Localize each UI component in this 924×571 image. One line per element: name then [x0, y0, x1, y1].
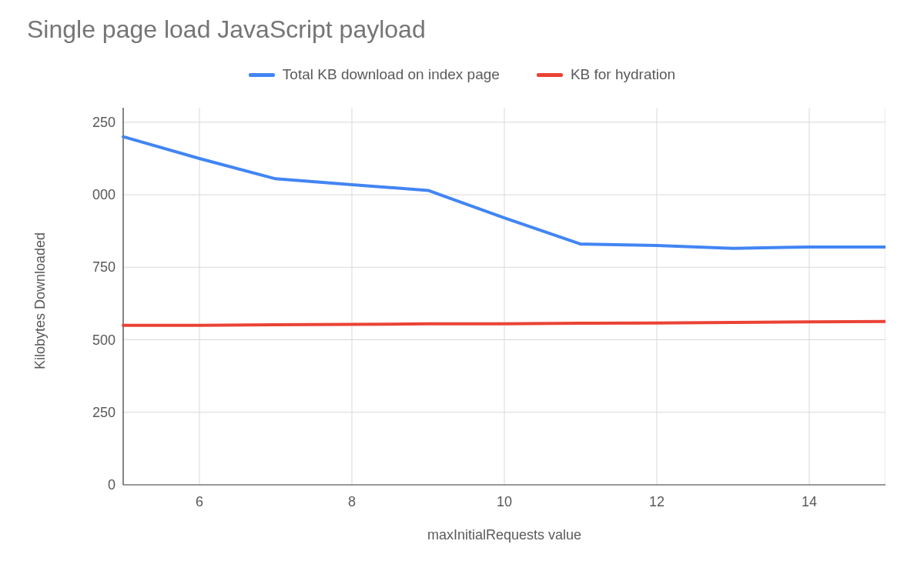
svg-text:250: 250: [92, 405, 116, 420]
y-axis-title: Kilobytes Downloaded: [32, 232, 49, 369]
x-axis-title: maxInitialRequests value: [123, 527, 886, 543]
svg-text:750: 750: [92, 259, 116, 275]
legend-label-total: Total KB download on index page: [283, 66, 500, 83]
svg-text:6: 6: [196, 494, 203, 509]
svg-text:1000: 1000: [92, 187, 116, 202]
legend-label-hydration: KB for hydration: [571, 66, 675, 83]
legend-swatch-total: [249, 73, 275, 77]
svg-text:500: 500: [92, 332, 116, 348]
svg-text:1250: 1250: [92, 115, 116, 130]
chart-container: Single page load JavaScript payload Tota…: [0, 0, 924, 571]
svg-text:10: 10: [497, 494, 512, 509]
legend-item-hydration: KB for hydration: [537, 66, 675, 83]
svg-text:12: 12: [649, 494, 665, 509]
chart-title: Single page load JavaScript payload: [27, 15, 426, 44]
svg-text:14: 14: [802, 494, 817, 509]
svg-text:8: 8: [348, 494, 356, 509]
legend-swatch-hydration: [537, 73, 563, 77]
legend: Total KB download on index page KB for h…: [0, 66, 924, 83]
legend-item-total: Total KB download on index page: [249, 66, 500, 83]
plot-area: 02505007501000125068101214: [92, 108, 886, 485]
svg-text:0: 0: [108, 477, 116, 493]
